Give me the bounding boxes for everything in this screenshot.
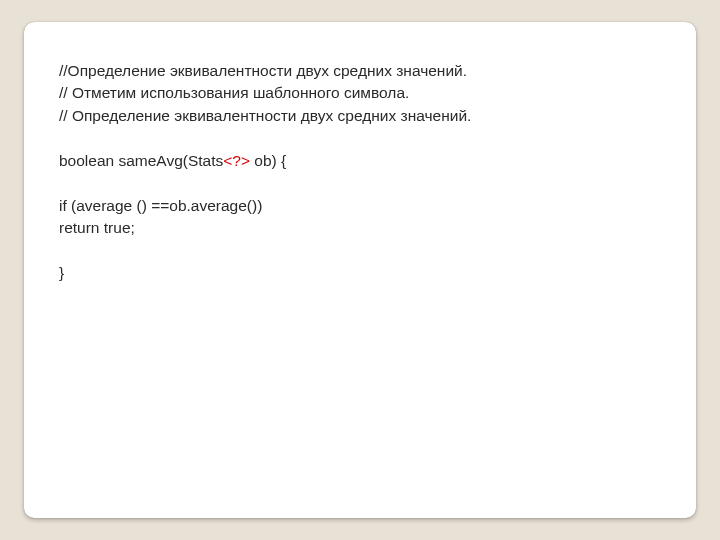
code-line-3: // Определение эквивалентности двух сред… bbox=[59, 107, 471, 124]
code-line-1: //Определение эквивалентности двух средн… bbox=[59, 62, 467, 79]
slide-card: //Определение эквивалентности двух средн… bbox=[24, 22, 696, 518]
code-line-2: // Отметим использования шаблонного симв… bbox=[59, 84, 409, 101]
code-line-4a: boolean sameAvg(Stats bbox=[59, 152, 223, 169]
code-line-4b: ob) { bbox=[250, 152, 286, 169]
code-line-5: if (average () ==ob.average()) bbox=[59, 197, 262, 214]
code-line-6: return true; bbox=[59, 219, 135, 236]
code-block: //Определение эквивалентности двух средн… bbox=[59, 60, 661, 285]
wildcard-token: <?> bbox=[223, 152, 250, 169]
code-line-7: } bbox=[59, 264, 64, 281]
